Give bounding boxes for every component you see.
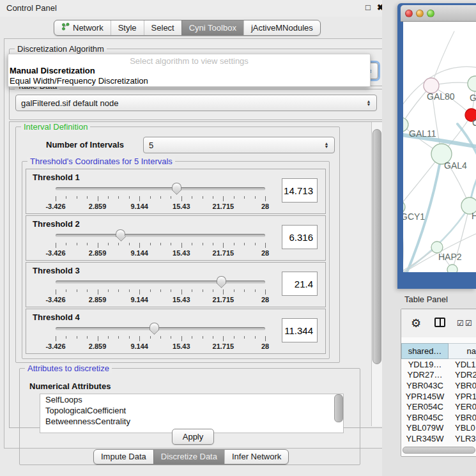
- network-graph[interactable]: GAL80GAGAL11CGAL4GCY1HHAP2: [403, 22, 476, 272]
- table-row[interactable]: YIL052CYIL0: [401, 444, 476, 446]
- threshold-label: Threshold 1: [33, 173, 80, 182]
- tab-style-label: Style: [118, 23, 137, 33]
- network-view-window: GAL80GAGAL11CGAL4GCY1HHAP2: [397, 3, 476, 289]
- slider-ticks: [56, 196, 265, 202]
- tab-jactivemnodules[interactable]: jActiveMNodules: [243, 20, 320, 35]
- main-scrollbar-thumb[interactable]: [372, 129, 381, 364]
- node-label: HAP2: [438, 252, 462, 262]
- slider-thumb[interactable]: [150, 323, 159, 335]
- tab-discretize-data[interactable]: Discretize Data: [153, 450, 224, 464]
- checkbox-icon[interactable]: ☑: [457, 319, 464, 328]
- table-rows: YDL19…YDL1YDR27…YDR2YBR043CYBR0YPR145WYP…: [401, 359, 476, 446]
- tab-impute-data[interactable]: Impute Data: [94, 450, 153, 464]
- bottom-tab-bar: Impute DataDiscretize DataInfer Network: [93, 449, 289, 464]
- table-row[interactable]: YDR27…YDR2: [401, 370, 476, 381]
- threshold-value-field[interactable]: 6.316: [282, 225, 318, 249]
- table-row[interactable]: YPR145WYPR1: [401, 391, 476, 402]
- network-window-titlebar[interactable]: [401, 5, 476, 22]
- numerical-attributes-label: Numerical Attributes: [29, 381, 111, 391]
- node-label: GAL11: [409, 128, 436, 139]
- slider-ticks: [56, 243, 265, 249]
- tab-jactivemnodules-label: jActiveMNodules: [251, 23, 313, 33]
- threshold-value-field[interactable]: 11.344: [282, 318, 318, 342]
- table-row[interactable]: YBL079WYBL0: [401, 423, 476, 434]
- float-window-icon[interactable]: □: [365, 3, 371, 12]
- slider-thumb[interactable]: [172, 183, 181, 195]
- zoom-light-icon[interactable]: [427, 10, 434, 17]
- thresholds-group-title: Threshold's Coordinates for 5 Intervals: [27, 157, 175, 166]
- tab-select[interactable]: Select: [144, 20, 181, 35]
- cell-shared-name: YPR145W: [401, 392, 449, 401]
- column-header-name[interactable]: na: [449, 343, 476, 359]
- slider-ticks: [56, 289, 265, 295]
- threshold-slider[interactable]: -3.4262.8599.14415.4321.71528: [42, 182, 270, 211]
- threshold-slider[interactable]: -3.4262.8599.14415.4321.71528: [42, 275, 270, 305]
- table-row[interactable]: YER054CYER0: [401, 401, 476, 412]
- threshold-slider[interactable]: -3.4262.8599.14415.4321.71528: [42, 322, 270, 351]
- threshold-panel-2: Threshold 2-3.4262.8599.14415.4321.71528…: [26, 215, 326, 261]
- threshold-panel-4: Threshold 4-3.4262.8599.14415.4321.71528…: [26, 309, 326, 354]
- cell-shared-name: YDL19…: [401, 360, 449, 369]
- close-light-icon[interactable]: [405, 10, 413, 17]
- table-hscrollbar-thumb[interactable]: [403, 447, 475, 454]
- popup-item-manual-discretization[interactable]: Manual Discretization: [10, 66, 95, 75]
- attribute-list-item[interactable]: BetweennessCentrality: [40, 416, 343, 427]
- table-data-combo-value: galFiltered.sif default node: [21, 98, 118, 108]
- network-canvas[interactable]: GAL80GAGAL11CGAL4GCY1HHAP2: [403, 22, 476, 272]
- split-columns-icon[interactable]: [434, 318, 445, 327]
- minimize-light-icon[interactable]: [416, 10, 424, 17]
- attributes-scrollbar-thumb[interactable]: [334, 394, 343, 422]
- threshold-value-field[interactable]: 14.713: [282, 178, 318, 203]
- tab-style[interactable]: Style: [111, 20, 144, 35]
- cell-shared-name: YER054C: [401, 402, 449, 411]
- column-header-shared[interactable]: shared…: [401, 343, 449, 359]
- table-toolbar: ⚙ ☑ ☑: [401, 309, 476, 337]
- number-of-intervals-label: Number of Intervals: [46, 140, 124, 150]
- cell-name: YBR0: [449, 413, 476, 422]
- tab-infer-network-label: Infer Network: [232, 452, 281, 461]
- slider-thumb[interactable]: [116, 229, 125, 242]
- tab-infer-network[interactable]: Infer Network: [224, 450, 288, 464]
- cell-name: YDR2: [449, 370, 476, 380]
- numerical-attributes-list[interactable]: SelfLoopsTopologicalCoefficientBetweenne…: [40, 394, 344, 433]
- slider-tick-labels: -3.4262.8599.14415.4321.71528: [56, 296, 265, 303]
- cell-shared-name: YBL079W: [401, 423, 449, 433]
- table-panel: ⚙ ☑ ☑ shared… na YDL19…YDL1YDR27…YDR2YBR…: [401, 309, 476, 457]
- slider-thumb[interactable]: [217, 276, 226, 288]
- table-row[interactable]: YBR043CYBR0: [401, 380, 476, 391]
- slider-tick-labels: -3.4262.8599.14415.4321.71528: [56, 249, 265, 257]
- cell-name: YIL0: [449, 445, 476, 446]
- tab-network[interactable]: Network: [54, 20, 111, 35]
- table-data-combo[interactable]: galFiltered.sif default node ▲▼: [15, 95, 377, 111]
- gear-icon[interactable]: ⚙: [411, 316, 421, 330]
- network-edge: [431, 31, 454, 86]
- table-row[interactable]: YLR345WYLR3: [401, 433, 476, 444]
- number-of-intervals-combo[interactable]: 5 ▲▼: [143, 137, 335, 153]
- cell-name: YDL1: [449, 360, 476, 369]
- checkbox-icon[interactable]: ☑: [465, 319, 472, 328]
- cell-name: YBR0: [449, 381, 476, 390]
- network-node[interactable]: [447, 265, 457, 272]
- control-panel: Control Panel □ ✖ NetworkStyleSelectCyni…: [0, 0, 396, 476]
- node-label: GA: [470, 93, 476, 103]
- number-of-intervals-value: 5: [149, 141, 153, 150]
- threshold-label: Threshold 2: [33, 219, 80, 229]
- apply-button[interactable]: Apply: [172, 429, 214, 445]
- slider-tick-labels: -3.4262.8599.14415.4321.71528: [56, 203, 265, 210]
- cell-shared-name: YIL052C: [401, 445, 449, 446]
- attribute-list-item[interactable]: TopologicalCoefficient: [40, 405, 343, 416]
- threshold-label: Threshold 4: [33, 312, 80, 322]
- popup-item-equal-width-frequency[interactable]: Equal Width/Frequency Discretization: [10, 76, 148, 86]
- network-node[interactable]: [468, 76, 476, 91]
- threshold-slider[interactable]: -3.4262.8599.14415.4321.71528: [42, 229, 270, 258]
- table-row[interactable]: YDL19…YDL1: [401, 359, 476, 370]
- cell-name: YER0: [449, 402, 476, 411]
- table-panel-title: Table Panel: [404, 295, 448, 304]
- attribute-list-item[interactable]: SelfLoops: [40, 394, 343, 405]
- slider-ticks: [56, 336, 265, 342]
- top-tab-bar: NetworkStyleSelectCyni ToolboxjActiveMNo…: [54, 20, 321, 36]
- tab-cyni-toolbox[interactable]: Cyni Toolbox: [181, 20, 243, 35]
- network-edge: [403, 66, 476, 111]
- threshold-value-field[interactable]: 21.4: [282, 272, 318, 296]
- table-row[interactable]: YBR045CYBR0: [401, 412, 476, 423]
